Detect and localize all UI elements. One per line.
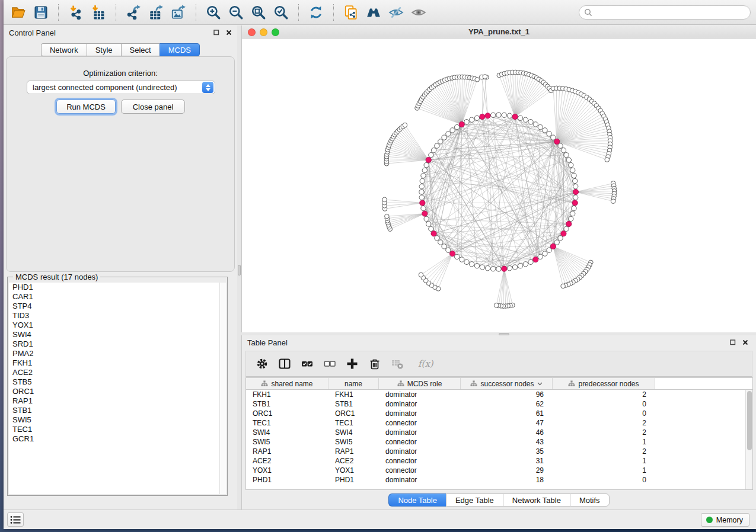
mcds-result-item[interactable]: GCR1: [9, 434, 219, 444]
graph-leaf-node[interactable]: [483, 75, 487, 79]
graph-node[interactable]: [450, 128, 455, 133]
mcds-result-item[interactable]: PHD1: [9, 283, 219, 292]
graph-node[interactable]: [523, 117, 528, 122]
graph-node[interactable]: [528, 120, 533, 124]
graph-hub-node[interactable]: [572, 200, 578, 206]
table-scrollbar[interactable]: [745, 390, 752, 489]
hide-graphics-details-button[interactable]: [386, 2, 406, 23]
graph-node[interactable]: [422, 168, 427, 172]
graph-hub-node[interactable]: [431, 231, 436, 236]
graph-hub-node[interactable]: [533, 257, 538, 262]
tab-select[interactable]: Select: [121, 43, 160, 56]
graph-node[interactable]: [547, 132, 551, 136]
graph-node[interactable]: [558, 143, 563, 148]
network-graph[interactable]: [242, 39, 756, 332]
graph-node[interactable]: [419, 195, 424, 200]
zoom-selected-region-button[interactable]: [271, 2, 291, 23]
footer-tab-node-table[interactable]: Node Table: [388, 493, 446, 507]
close-panel-icon[interactable]: [225, 29, 232, 36]
mcds-result-item[interactable]: CAR1: [9, 292, 219, 302]
graph-node[interactable]: [485, 266, 490, 271]
search-input[interactable]: [595, 7, 750, 18]
create-new-column-button[interactable]: [346, 357, 359, 370]
zoom-in-button[interactable]: [203, 2, 224, 23]
graph-node[interactable]: [429, 226, 433, 231]
table-row[interactable]: STB1STB1dominator620: [246, 399, 752, 409]
graph-node[interactable]: [442, 135, 446, 140]
graph-node[interactable]: [523, 262, 528, 267]
graph-node[interactable]: [469, 262, 474, 267]
graph-node[interactable]: [474, 264, 479, 268]
graph-node[interactable]: [435, 236, 439, 241]
mcds-result-item[interactable]: SWI4: [9, 330, 219, 339]
graph-hub-node[interactable]: [566, 221, 572, 226]
mcds-result-item[interactable]: TEC1: [9, 425, 219, 434]
graph-node[interactable]: [518, 116, 522, 120]
float-panel-icon[interactable]: [213, 29, 220, 36]
graph-node[interactable]: [438, 240, 443, 245]
graph-leaf-node[interactable]: [494, 303, 499, 308]
import-table-button[interactable]: [88, 2, 109, 23]
graph-node[interactable]: [435, 143, 439, 148]
table-row[interactable]: TEC1TEC1connector472: [246, 418, 752, 428]
graph-node[interactable]: [558, 236, 563, 241]
mcds-result-item[interactable]: STB5: [9, 377, 219, 387]
table-row[interactable]: ORC1ORC1dominator610: [246, 409, 752, 418]
table-row[interactable]: FKH1FKH1dominator962: [246, 390, 752, 399]
graph-hub-node[interactable]: [420, 200, 425, 206]
graph-node[interactable]: [572, 173, 576, 178]
horizontal-splitter-handle[interactable]: [499, 333, 509, 335]
select-all-rows-button[interactable]: [301, 357, 314, 370]
graph-hub-node[interactable]: [450, 251, 455, 257]
graph-node[interactable]: [547, 248, 551, 252]
graph-node[interactable]: [474, 116, 479, 120]
graph-node[interactable]: [533, 122, 538, 127]
graph-leaf-node[interactable]: [419, 273, 423, 277]
graph-hub-node[interactable]: [480, 114, 485, 119]
graph-node[interactable]: [496, 267, 501, 271]
graph-leaf-node[interactable]: [605, 158, 610, 162]
graph-hub-node[interactable]: [573, 189, 578, 194]
mcds-result-item[interactable]: RAP1: [9, 396, 219, 406]
column-header-predecessor-nodes[interactable]: predecessor nodes: [553, 378, 655, 389]
graph-hub-node[interactable]: [485, 113, 490, 118]
graph-node[interactable]: [421, 206, 426, 210]
graph-node[interactable]: [554, 240, 559, 245]
graph-node[interactable]: [424, 162, 429, 167]
vertical-splitter[interactable]: [237, 25, 241, 509]
graph-node[interactable]: [572, 206, 576, 210]
column-header-successor-nodes[interactable]: successor nodes: [461, 378, 553, 389]
graph-node[interactable]: [491, 113, 496, 117]
graph-node[interactable]: [564, 153, 569, 158]
optimization-criterion-select[interactable]: largest connected component (undirected): [27, 81, 215, 94]
export-table-button[interactable]: [146, 2, 166, 23]
graph-node[interactable]: [464, 259, 469, 264]
graph-node[interactable]: [424, 216, 429, 221]
graph-hub-node[interactable]: [550, 243, 556, 249]
graph-node[interactable]: [507, 113, 512, 118]
export-image-button[interactable]: [168, 2, 189, 23]
save-session-button[interactable]: [31, 2, 51, 23]
mcds-result-item[interactable]: YOX1: [9, 321, 219, 330]
graph-node[interactable]: [446, 248, 451, 252]
mcds-result-item[interactable]: SWI5: [9, 415, 219, 425]
graph-leaf-node[interactable]: [611, 199, 615, 204]
open-session-button[interactable]: [8, 2, 28, 23]
graph-node[interactable]: [438, 139, 443, 144]
mcds-result-item[interactable]: FKH1: [9, 358, 219, 368]
graph-leaf-node[interactable]: [403, 123, 407, 127]
table-row[interactable]: SWI5SWI5connector431: [246, 437, 752, 447]
graph-leaf-node[interactable]: [382, 197, 387, 202]
graph-node[interactable]: [561, 148, 566, 153]
new-network-from-selection-button[interactable]: [341, 2, 361, 23]
table-mode-button[interactable]: [256, 357, 269, 370]
table-row[interactable]: PHD1PHD1dominator180: [246, 475, 752, 485]
column-header-shared-name[interactable]: shared name: [246, 378, 328, 389]
task-history-button[interactable]: [7, 512, 24, 527]
table-row[interactable]: YOX1YOX1connector291: [246, 466, 752, 475]
graph-node[interactable]: [431, 148, 436, 153]
deselect-all-rows-button[interactable]: [323, 357, 336, 370]
graph-node[interactable]: [507, 266, 512, 271]
graph-node[interactable]: [464, 120, 469, 124]
graph-node[interactable]: [569, 216, 573, 221]
